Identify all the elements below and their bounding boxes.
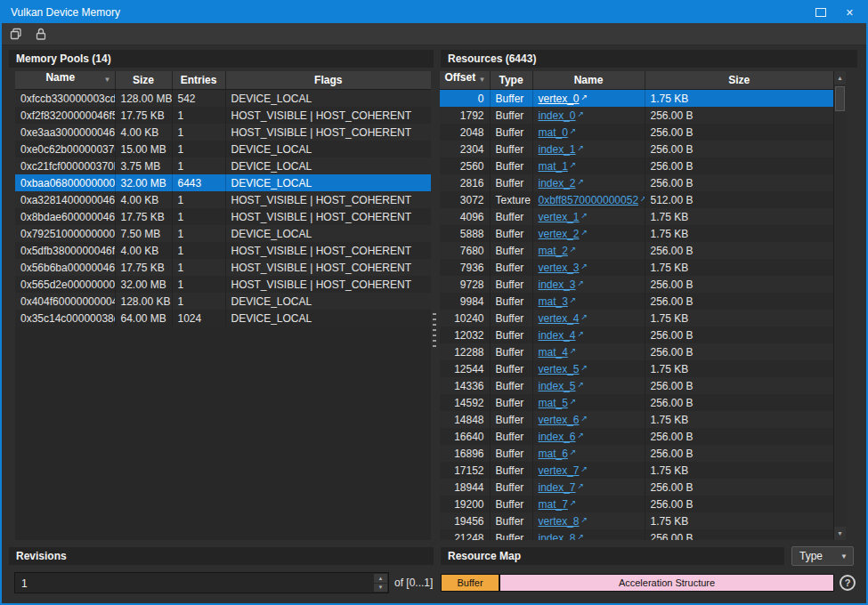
map-segment[interactable]: Acceleration Structure: [499, 574, 834, 592]
column-header[interactable]: Size: [115, 71, 172, 90]
resource-row[interactable]: 5888Buffervertex_2↗1.75 KB: [440, 225, 833, 242]
goto-resource-icon[interactable]: ↗: [578, 481, 585, 490]
goto-resource-icon[interactable]: ↗: [581, 515, 588, 524]
resource-row[interactable]: 19200Buffermat_7↗256.00 B: [440, 496, 833, 512]
resource-link[interactable]: vertex_7↗: [539, 464, 588, 477]
resource-link[interactable]: index_6↗: [539, 431, 585, 443]
resources-scrollbar[interactable]: ▲ ▼: [833, 71, 846, 540]
memory-pool-row[interactable]: 0xf2f83200000046f517.75 KB1HOST_VISIBLE …: [15, 107, 431, 124]
resource-row[interactable]: 16640Bufferindex_6↗256.00 B: [440, 428, 833, 445]
memory-pool-row[interactable]: 0xe0c62b000000370715.00 MB1DEVICE_LOCAL: [15, 141, 431, 157]
goto-resource-icon[interactable]: ↗: [581, 93, 588, 101]
scroll-down-icon[interactable]: ▼: [834, 527, 846, 540]
resource-row[interactable]: 7680Buffermat_2↗256.00 B: [440, 242, 833, 259]
resource-row[interactable]: 2816Bufferindex_2↗256.00 B: [440, 174, 833, 191]
resource-link[interactable]: mat_2↗: [539, 245, 577, 257]
column-header[interactable]: Size: [645, 71, 833, 90]
column-header[interactable]: Entries: [172, 71, 225, 90]
goto-resource-icon[interactable]: ↗: [581, 262, 588, 270]
resource-link[interactable]: mat_6↗: [539, 448, 577, 460]
column-header[interactable]: Type: [490, 71, 532, 90]
revision-value[interactable]: 1: [21, 577, 28, 590]
resource-link[interactable]: mat_1↗: [539, 160, 577, 173]
memory-pool-row[interactable]: 0x35c14c00000038d164.00 MB1024DEVICE_LOC…: [15, 310, 431, 327]
resource-link[interactable]: mat_3↗: [539, 295, 577, 308]
resource-row[interactable]: 10240Buffervertex_4↗1.75 KB: [440, 310, 833, 327]
memory-pool-row[interactable]: 0x56b6ba00000046fd17.75 KB1HOST_VISIBLE …: [15, 259, 431, 276]
scroll-up-icon[interactable]: ▲: [834, 71, 846, 85]
memory-pool-row[interactable]: 0xe3aa3000000046f74.00 KB1HOST_VISIBLE |…: [15, 124, 431, 141]
goto-resource-icon[interactable]: ↗: [570, 126, 577, 135]
resource-link[interactable]: index_1↗: [539, 143, 585, 156]
goto-resource-icon[interactable]: ↗: [570, 346, 577, 355]
goto-resource-icon[interactable]: ↗: [578, 329, 585, 338]
goto-resource-icon[interactable]: ↗: [570, 245, 577, 254]
memory-pool-row[interactable]: 0xfccb330000003cd2128.00 MB542DEVICE_LOC…: [15, 90, 431, 108]
resource-link[interactable]: index_7↗: [539, 481, 585, 494]
resource-row[interactable]: 17152Buffervertex_7↗1.75 KB: [440, 462, 833, 479]
resource-row[interactable]: 1792Bufferindex_0↗256.00 B: [440, 107, 833, 124]
resource-link[interactable]: vertex_2↗: [539, 228, 588, 240]
goto-resource-icon[interactable]: ↗: [578, 278, 585, 287]
resource-row[interactable]: 16896Buffermat_6↗256.00 B: [440, 445, 833, 462]
resource-row[interactable]: 0Buffervertex_0↗1.75 KB: [440, 90, 833, 108]
resource-row[interactable]: 14848Buffervertex_6↗1.75 KB: [440, 411, 833, 428]
column-header[interactable]: Flags: [225, 71, 431, 90]
memory-pool-row[interactable]: 0x404f600000000045128.00 KB1DEVICE_LOCAL: [15, 293, 431, 310]
goto-resource-icon[interactable]: ↗: [578, 109, 585, 118]
resource-link[interactable]: mat_0↗: [539, 126, 577, 139]
resource-row[interactable]: 7936Buffervertex_3↗1.75 KB: [440, 259, 833, 276]
memory-pool-row[interactable]: 0x5dfb3800000046ff4.00 KB1HOST_VISIBLE |…: [15, 242, 431, 259]
resource-link[interactable]: vertex_0↗: [539, 93, 588, 105]
resource-link[interactable]: mat_5↗: [539, 397, 577, 409]
memory-pool-row[interactable]: 0x8bdae600000046f917.75 KB1HOST_VISIBLE …: [15, 208, 431, 225]
resource-row[interactable]: 12544Buffervertex_5↗1.75 KB: [440, 360, 833, 377]
resource-row[interactable]: 3072Texture0xbff8570000000052↗512.00 B: [440, 191, 833, 208]
resource-row[interactable]: 12032Bufferindex_4↗256.00 B: [440, 327, 833, 343]
column-header[interactable]: Offset▼: [440, 71, 490, 90]
resource-row[interactable]: 2048Buffermat_0↗256.00 B: [440, 124, 833, 141]
resource-link[interactable]: 0xbff8570000000052↗: [539, 194, 645, 206]
goto-resource-icon[interactable]: ↗: [578, 177, 585, 186]
resource-link[interactable]: index_4↗: [539, 329, 585, 342]
spin-up-icon[interactable]: ▲: [374, 574, 387, 583]
goto-resource-icon[interactable]: ↗: [578, 380, 585, 389]
memory-pool-row[interactable]: 0x79251000000000357.50 MB1DEVICE_LOCAL: [15, 225, 431, 242]
resource-link[interactable]: index_0↗: [539, 109, 585, 122]
revision-spinbox[interactable]: 1 ▲ ▼: [14, 572, 389, 593]
resource-link[interactable]: index_3↗: [539, 278, 585, 291]
goto-resource-icon[interactable]: ↗: [570, 397, 577, 406]
close-button[interactable]: ✕: [846, 8, 854, 18]
goto-resource-icon[interactable]: ↗: [581, 228, 588, 237]
resource-row[interactable]: 9728Bufferindex_3↗256.00 B: [440, 276, 833, 293]
column-header[interactable]: Name: [532, 71, 645, 90]
memory-pool-row[interactable]: 0xbaa068000000004d32.00 MB6443DEVICE_LOC…: [15, 174, 431, 191]
resource-link[interactable]: vertex_8↗: [539, 515, 588, 528]
memory-pool-row[interactable]: 0xa3281400000046fb4.00 KB1HOST_VISIBLE |…: [15, 191, 431, 208]
goto-resource-icon[interactable]: ↗: [581, 464, 588, 473]
goto-resource-icon[interactable]: ↗: [578, 143, 585, 152]
resource-row[interactable]: 2304Bufferindex_1↗256.00 B: [440, 141, 833, 157]
goto-resource-icon[interactable]: ↗: [581, 414, 588, 423]
goto-resource-icon[interactable]: ↗: [581, 211, 588, 220]
resource-row[interactable]: 9984Buffermat_3↗256.00 B: [440, 293, 833, 310]
resource-link[interactable]: vertex_5↗: [539, 363, 588, 375]
goto-resource-icon[interactable]: ↗: [578, 532, 585, 541]
resource-link[interactable]: mat_7↗: [539, 498, 577, 511]
resource-link[interactable]: mat_4↗: [539, 346, 577, 359]
map-segment[interactable]: Buffer: [441, 574, 499, 592]
spin-down-icon[interactable]: ▼: [374, 584, 387, 593]
scrollbar-thumb[interactable]: [835, 86, 845, 111]
resource-link[interactable]: vertex_3↗: [539, 262, 588, 274]
restore-window-button[interactable]: [815, 4, 826, 20]
resource-row[interactable]: 21248Bufferindex_8↗256.00 B: [440, 529, 833, 540]
resource-row[interactable]: 12288Buffermat_4↗256.00 B: [440, 343, 833, 360]
goto-resource-icon[interactable]: ↗: [570, 448, 577, 456]
resource-row[interactable]: 14592Buffermat_5↗256.00 B: [440, 394, 833, 411]
resource-row[interactable]: 18944Bufferindex_7↗256.00 B: [440, 479, 833, 496]
resource-map-bar[interactable]: BufferAcceleration Structure: [441, 574, 834, 592]
resource-row[interactable]: 2560Buffermat_1↗256.00 B: [440, 157, 833, 174]
resource-link[interactable]: vertex_6↗: [539, 414, 588, 426]
goto-resource-icon[interactable]: ↗: [570, 160, 577, 169]
column-header[interactable]: Name▼: [15, 71, 115, 90]
